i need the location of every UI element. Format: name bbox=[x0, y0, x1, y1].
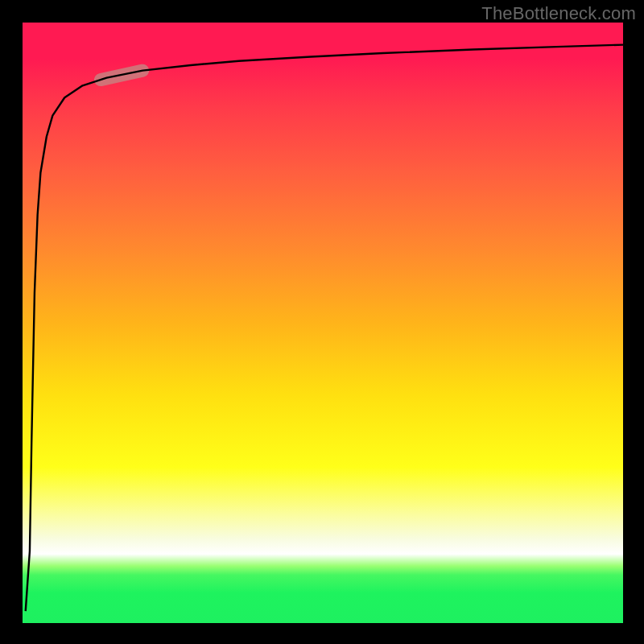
curve-path bbox=[26, 45, 623, 611]
curve-svg bbox=[23, 23, 623, 623]
watermark-text: TheBottleneck.com bbox=[481, 3, 636, 24]
plot-area bbox=[23, 23, 623, 623]
chart-container: TheBottleneck.com bbox=[0, 0, 644, 644]
